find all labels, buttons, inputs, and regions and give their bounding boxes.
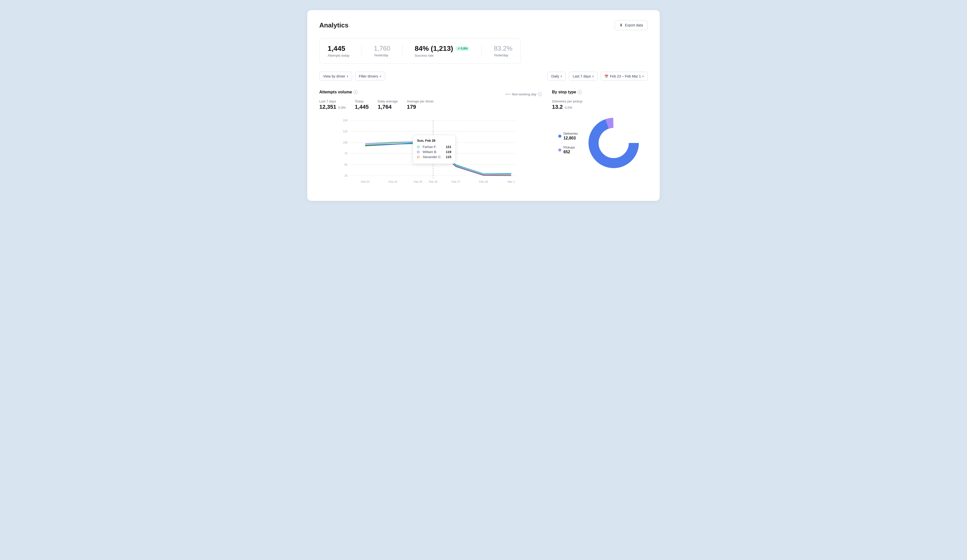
daily-label: Daily	[551, 74, 559, 78]
avg-per-driver-metric: Average per driver 179	[407, 99, 434, 110]
svg-text:75: 75	[345, 152, 348, 155]
chevron-down-icon-4: ▾	[592, 75, 594, 78]
pickups-legend-value: 652	[563, 150, 575, 154]
deliveries-per-pickup-value: 13.2	[552, 104, 563, 110]
success-rate-stat: 84% (1,213) ↗ 0.8% Success rate	[415, 44, 469, 58]
deliveries-legend-item: Deliveries 12,803	[558, 132, 578, 140]
attempts-chart: 150 125 100 75 50 25	[319, 115, 542, 186]
svg-text:100: 100	[343, 141, 348, 144]
yesterday-stat: 1,760 Yesterday	[374, 44, 390, 58]
attempts-volume-title: Attempts volume i	[319, 90, 358, 94]
stop-type-metrics-row: Deliveries per pickup 13.2 0.0%	[552, 99, 648, 110]
attempts-metrics-row: Last 7 days 12,351 0.0% Today 1,445 Dail…	[319, 99, 542, 110]
yesterday-pct-label: Yesterday	[494, 53, 512, 57]
last-7-days-button[interactable]: Last 7 days ▾	[569, 72, 597, 81]
yesterday-pct-value: 83.2%	[494, 44, 512, 52]
deliveries-legend-group: Deliveries 12,803	[563, 132, 578, 140]
chevron-down-icon-3: ▾	[561, 75, 562, 78]
attempts-info-icon: i	[353, 90, 358, 94]
avg-per-driver-label: Average per driver	[407, 99, 434, 103]
non-working-info-icon: i	[538, 92, 542, 96]
donut-chart-container: Deliveries 12,803 Pickups 652	[552, 115, 648, 171]
success-rate-row: 84% (1,213) ↗ 0.8%	[415, 44, 469, 53]
svg-text:125: 125	[343, 130, 348, 133]
success-rate-badge: ↗ 0.8%	[455, 46, 469, 51]
deliveries-legend-label: Deliveries	[563, 132, 578, 135]
chevron-down-icon-5: ▾	[642, 75, 644, 78]
svg-text:Feb 26: Feb 26	[429, 180, 437, 183]
chevron-down-icon-2: ▾	[380, 75, 381, 78]
daily-average-value: 1,764	[378, 104, 398, 110]
donut-legend: Deliveries 12,803 Pickups 652	[558, 132, 578, 154]
donut-inner-circle	[599, 128, 628, 158]
svg-text:Feb 23: Feb 23	[361, 180, 370, 183]
stop-type-section-header: By stop type i	[552, 90, 648, 99]
by-stop-type-panel: By stop type i Deliveries per pickup 13.…	[552, 90, 648, 186]
last-7-days-metric: Last 7 days 12,351 0.0%	[319, 99, 346, 110]
chevron-down-icon-1: ▾	[347, 75, 348, 78]
last-7-days-metric-label: Last 7 days	[319, 99, 346, 103]
filter-drivers-button[interactable]: Filter drivers ▾	[355, 72, 385, 81]
svg-text:Feb 28: Feb 28	[479, 180, 488, 183]
deliveries-per-pickup-metric: Deliveries per pickup 13.2 0.0%	[552, 99, 583, 110]
attempts-today-label: Attempts today	[328, 54, 350, 58]
view-by-driver-button[interactable]: View by driver ▾	[319, 72, 352, 81]
attempts-volume-panel: Attempts volume i Non-working day i Last…	[319, 90, 542, 186]
dashed-line-icon	[505, 94, 510, 94]
view-by-driver-label: View by driver	[323, 74, 345, 78]
non-working-day-label: Non-working day i	[505, 92, 542, 96]
deliveries-per-pickup-label: Deliveries per pickup	[552, 99, 583, 103]
page-title: Analytics	[319, 21, 348, 29]
chart-svg: 150 125 100 75 50 25	[319, 115, 542, 186]
svg-text:Feb 24: Feb 24	[389, 180, 397, 183]
last-7-days-label: Last 7 days	[573, 74, 591, 78]
yesterday-pct-stat: 83.2% Yesterday	[494, 44, 512, 58]
main-card: Analytics ⬇ Export data 1,445 Attempts t…	[307, 10, 660, 201]
attempts-today-stat: 1,445 Attempts today	[328, 44, 350, 58]
today-metric-value: 1,445	[355, 104, 369, 110]
date-range-button[interactable]: 📅 Feb 23 – Feb Mar 1 ▾	[601, 72, 648, 81]
last-7-days-metric-value: 12,351	[319, 104, 336, 110]
export-label: Export data	[625, 23, 643, 27]
today-metric: Today 1,445	[355, 99, 369, 110]
stop-type-info-icon: i	[578, 90, 582, 94]
deliveries-legend-value: 12,803	[563, 136, 578, 140]
pickups-legend-label: Pickups	[563, 145, 575, 149]
filter-row: View by driver ▾ Filter drivers ▾ Daily …	[319, 72, 648, 81]
daily-average-label: Daily average	[378, 99, 398, 103]
pickups-legend-item: Pickups 652	[558, 145, 578, 154]
svg-text:25: 25	[345, 174, 348, 177]
yesterday-value: 1,760	[374, 44, 390, 52]
svg-text:Feb 27: Feb 27	[452, 180, 460, 183]
svg-text:150: 150	[343, 119, 348, 122]
filter-drivers-label: Filter drivers	[359, 74, 378, 78]
last-7-days-pct: 0.0%	[338, 106, 346, 109]
by-stop-type-title: By stop type i	[552, 90, 582, 94]
donut-svg	[586, 115, 641, 171]
svg-text:Mar 1: Mar 1	[508, 180, 515, 183]
attempts-section-header: Attempts volume i Non-working day i	[319, 90, 542, 99]
success-rate-value: 84% (1,213)	[415, 44, 453, 53]
svg-text:Feb 25: Feb 25	[414, 180, 422, 183]
download-icon: ⬇	[619, 23, 623, 28]
today-metric-label: Today	[355, 99, 369, 103]
content-area: Attempts volume i Non-working day i Last…	[319, 90, 648, 186]
export-button[interactable]: ⬇ Export data	[615, 20, 648, 30]
svg-text:50: 50	[345, 163, 348, 166]
pickups-legend-group: Pickups 652	[563, 145, 575, 154]
daily-average-metric: Daily average 1,764	[378, 99, 398, 110]
deliveries-legend-dot	[558, 135, 561, 138]
stat-divider-1	[361, 44, 362, 58]
avg-per-driver-value: 179	[407, 104, 434, 110]
stats-card: 1,445 Attempts today 1,760 Yesterday 84%…	[319, 38, 521, 64]
daily-button[interactable]: Daily ▾	[548, 72, 566, 81]
attempts-today-value: 1,445	[328, 44, 350, 53]
last-7-days-value-row: 12,351 0.0%	[319, 104, 346, 110]
deliveries-per-pickup-pct: 0.0%	[565, 106, 573, 109]
date-range-label: Feb 23 – Feb Mar 1	[610, 74, 641, 78]
success-rate-label: Success rate	[415, 54, 469, 58]
calendar-icon: 📅	[604, 74, 609, 78]
yesterday-label: Yesterday	[374, 53, 390, 57]
pickups-legend-dot	[558, 148, 561, 152]
deliveries-per-pickup-value-row: 13.2 0.0%	[552, 104, 583, 110]
